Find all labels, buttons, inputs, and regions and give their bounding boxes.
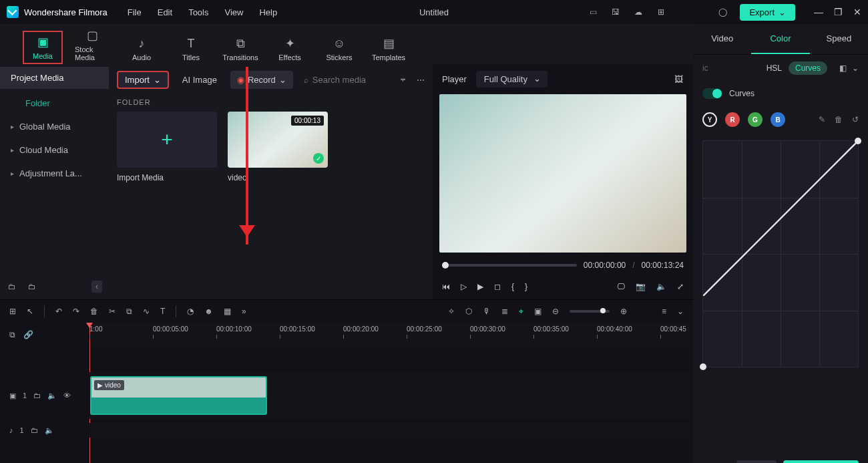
channel-luma[interactable]: Y (702, 112, 717, 127)
delete-icon[interactable]: 🗑 (835, 115, 843, 124)
magnet-icon[interactable]: ⧉ (9, 330, 15, 339)
track-mute-icon[interactable]: 🔈 (45, 426, 54, 435)
subtab-curves[interactable]: Curves (789, 61, 827, 75)
tab-color[interactable]: Color (751, 24, 809, 54)
sidebar-item-cloud-media[interactable]: Cloud Media (0, 138, 109, 162)
close-icon[interactable]: ✕ (853, 7, 861, 17)
track-visible-icon[interactable]: 👁 (63, 392, 71, 400)
save-custom-button[interactable]: Save as custom (783, 460, 859, 463)
search-input[interactable] (312, 75, 393, 85)
tab-video[interactable]: Video (693, 24, 751, 54)
tab-templates[interactable]: ▤ Templates (369, 33, 409, 64)
tab-transitions[interactable]: ⧉ Transitions (220, 34, 260, 64)
mask-icon[interactable]: ☻ (204, 307, 213, 316)
zoom-slider[interactable] (570, 310, 610, 313)
cloud-icon[interactable]: ☁ (633, 7, 644, 17)
channel-blue[interactable]: B (771, 112, 785, 127)
tracks-icon[interactable]: ≡ (662, 307, 666, 316)
export-button[interactable]: Export⌄ (740, 4, 795, 21)
zoom-out-icon[interactable]: ⊖ (552, 307, 559, 316)
menu-tools[interactable]: Tools (188, 7, 208, 17)
tab-stock-media[interactable]: ▢ Stock Media (72, 25, 112, 64)
more-icon[interactable]: ⋯ (417, 75, 425, 85)
menu-file[interactable]: File (128, 7, 142, 17)
subtab-hsl[interactable]: HSL (767, 63, 782, 73)
channel-red[interactable]: R (725, 112, 740, 127)
tab-media[interactable]: ▣ Media (23, 31, 63, 64)
chevron-down-icon[interactable]: ⌄ (852, 63, 859, 73)
camera-icon[interactable]: 📷 (636, 282, 646, 291)
delete-icon[interactable]: 🗑 (90, 307, 98, 316)
mic-icon[interactable]: 🎙 (483, 307, 491, 316)
speed-icon[interactable]: ∿ (143, 307, 150, 316)
keyframe-icon[interactable]: ✧ (448, 307, 455, 316)
snapshot-icon[interactable]: 🖼 (673, 74, 684, 85)
split-icon[interactable]: ✂ (109, 307, 116, 316)
tab-stickers[interactable]: ☺ Stickers (319, 34, 359, 64)
menu-view[interactable]: View (224, 7, 243, 17)
prev-frame-icon[interactable]: ⏮ (442, 282, 450, 291)
tab-speed[interactable]: Speed (810, 24, 868, 54)
fullscreen-icon[interactable]: ⤢ (677, 282, 684, 291)
quality-dropdown[interactable]: Full Quality (476, 71, 548, 88)
compare-icon[interactable]: ◧ (839, 63, 847, 73)
new-folder-icon[interactable]: 🗀 (7, 281, 17, 292)
eyedropper-icon[interactable]: ✎ (819, 115, 825, 124)
ai-image-button[interactable]: AI Image (176, 71, 224, 89)
sidebar-item-global-media[interactable]: Global Media (0, 115, 109, 138)
project-media-item[interactable]: Project Media (0, 67, 109, 89)
apps-icon[interactable]: ⊞ (656, 7, 666, 17)
render-icon[interactable]: ▣ (534, 307, 541, 316)
device-icon[interactable]: ▭ (588, 7, 598, 17)
volume-icon[interactable]: 🔈 (656, 282, 666, 291)
import-button[interactable]: Import⌄ (117, 71, 169, 89)
media-clip-card[interactable]: 00:00:13 ✓ video (228, 112, 328, 182)
shield-icon[interactable]: ⬡ (465, 307, 472, 316)
tab-effects[interactable]: ✦ Effects (270, 33, 310, 64)
tab-audio[interactable]: ♪ Audio (122, 34, 162, 64)
timeline-ruler[interactable]: 1:00 00:00:05:00 00:00:10:00 00:00:15:00… (89, 323, 693, 347)
menu-edit[interactable]: Edit (158, 7, 172, 17)
undo-icon[interactable]: ↺ (852, 115, 859, 124)
tab-titles[interactable]: T Titles (171, 34, 211, 64)
record-button[interactable]: ◉ Record ⌄ (230, 71, 293, 89)
mark-out-icon[interactable]: } (525, 282, 527, 291)
curves-editor[interactable] (702, 140, 859, 367)
stop-icon[interactable]: ◻ (494, 282, 501, 291)
redo-icon[interactable]: ↷ (73, 307, 79, 316)
play-stop-icon[interactable]: ▷ (461, 282, 467, 291)
sidebar-item-adjustment-layer[interactable]: Adjustment La... (0, 162, 109, 185)
chevron-down-icon[interactable]: ⌄ (677, 307, 684, 316)
link-icon[interactable]: 🔗 (23, 330, 33, 339)
video-track[interactable]: ▶video (89, 372, 693, 419)
display-icon[interactable]: 🖵 (617, 282, 625, 291)
minimize-icon[interactable]: — (814, 7, 823, 17)
filter-icon[interactable]: ⫧ (399, 75, 407, 85)
track-mute-icon[interactable]: 🔈 (47, 392, 57, 400)
new-bin-icon[interactable]: 🗀 (27, 281, 37, 292)
menu-help[interactable]: Help (259, 7, 277, 17)
reset-button[interactable]: Reset (736, 460, 776, 463)
crop-icon[interactable]: ⧉ (126, 307, 132, 316)
timeline-clip[interactable]: ▶video (90, 376, 267, 415)
curves-toggle[interactable] (702, 88, 722, 99)
mark-in-icon[interactable]: { (511, 282, 514, 291)
account-icon[interactable]: ◯ (717, 7, 728, 17)
color-icon[interactable]: ◔ (187, 307, 194, 316)
channel-green[interactable]: G (748, 112, 763, 127)
preview-canvas[interactable] (439, 94, 686, 253)
tl-grid-icon[interactable]: ⊞ (9, 307, 16, 316)
mixer-icon[interactable]: ≣ (501, 307, 508, 316)
folder-item[interactable]: Folder (0, 92, 109, 115)
audio-track[interactable] (89, 423, 693, 438)
preview-slider[interactable] (442, 264, 577, 267)
track-folder-icon[interactable]: 🗀 (33, 392, 41, 400)
import-media-card[interactable]: + Import Media (117, 112, 217, 182)
adjust-icon[interactable]: ▦ (224, 307, 231, 316)
track-folder-icon[interactable]: 🗀 (31, 426, 38, 434)
collapse-sidebar-icon[interactable]: ‹ (91, 281, 102, 293)
marker-icon[interactable]: ⌖ (519, 307, 523, 316)
maximize-icon[interactable]: ❐ (834, 7, 843, 17)
save-icon[interactable]: 🖫 (610, 7, 621, 17)
zoom-in-icon[interactable]: ⊕ (620, 307, 627, 316)
